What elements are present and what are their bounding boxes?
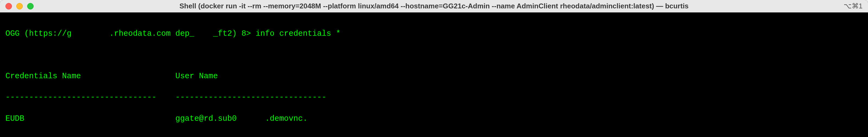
blank-line [5,135,863,137]
separator: -------------------------------- [5,93,156,102]
prompt-suffix: _ft2) 8> [213,29,251,38]
redacted-text: ████████ [72,28,109,39]
blank-line [5,50,863,60]
close-icon[interactable] [5,3,12,9]
redacted-text: ██████ [237,113,265,124]
table-separator: -------------------------------- -------… [5,92,863,103]
username-suffix: .demovnc. [265,114,308,123]
column-header-credentials: Credentials Name [5,72,81,81]
titlebar[interactable]: Shell (docker run -it --rm --memory=2048… [0,0,868,12]
prompt-mid: .rheodata.com dep_ [109,29,194,38]
table-row: EUDB ggate@rd.sub0██████.demovnc. [5,113,863,124]
command-text: info credentials * [251,29,341,38]
traffic-lights [5,3,34,9]
prompt-prefix: OGG (https://g [5,29,72,38]
redacted-text: ████ [194,28,213,39]
table-header: Credentials Name User Name [5,71,863,81]
maximize-icon[interactable] [27,3,34,9]
terminal-window: Shell (docker run -it --rm --memory=2048… [0,0,868,137]
username-prefix: ggate@rd.sub0 [176,114,237,123]
column-header-username: User Name [176,72,218,81]
credential-name: EUDB [5,114,24,123]
separator: -------------------------------- [176,93,327,102]
window-title: Shell (docker run -it --rm --memory=2048… [179,2,688,10]
keyboard-shortcut-indicator: ⌥⌘1 [844,2,863,10]
prompt-line-1: OGG (https://g████████.rheodata.com dep_… [5,28,863,39]
terminal-content[interactable]: OGG (https://g████████.rheodata.com dep_… [0,12,868,137]
minimize-icon[interactable] [16,3,23,9]
